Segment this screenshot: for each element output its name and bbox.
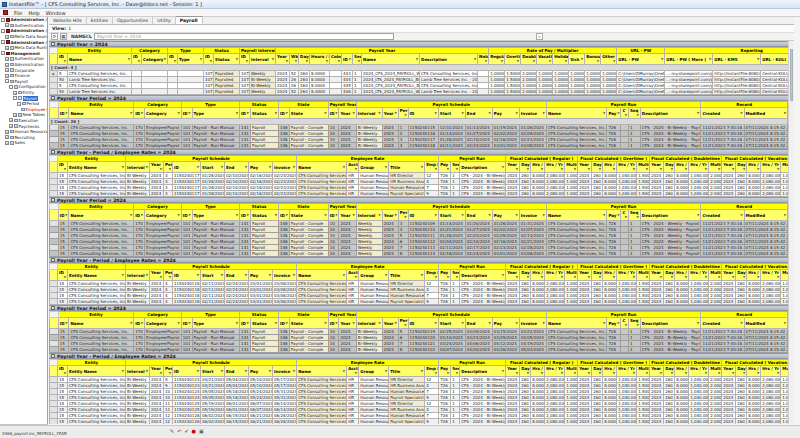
filter-icon[interactable]: ▼: [177, 213, 179, 218]
cell[interactable]: 06/14/2024: [273, 401, 297, 407]
cell[interactable]: Bi-Weekly: [126, 191, 150, 197]
filter-icon[interactable]: ▼: [349, 57, 351, 62]
cell[interactable]: 1.0000: [601, 89, 617, 95]
cell[interactable]: 8.0000: [603, 299, 617, 305]
column-header-payroll-schedule-per[interactable]: Per▼: [398, 210, 408, 221]
filter-icon[interactable]: ▼: [352, 213, 354, 218]
filter-icon[interactable]: ▼: [404, 215, 406, 220]
filter-icon[interactable]: ▼: [343, 273, 345, 278]
column-header-payroll-year-color[interactable]: Color▼: [330, 54, 342, 65]
filter-icon[interactable]: ▼: [516, 213, 518, 218]
cell[interactable]: 11/21/2023 7:40:18 AM: [701, 125, 744, 131]
cell[interactable]: Human Resourc: [359, 293, 389, 299]
cell[interactable]: 1150240123: [173, 383, 201, 389]
cell[interactable]: Lamb Tree Services Inc. - 2024: [420, 89, 478, 95]
filter-icon[interactable]: ▼: [65, 111, 67, 116]
menu-item-help[interactable]: Help: [28, 10, 39, 16]
cell[interactable]: 1.5000: [637, 419, 650, 425]
cell[interactable]: CFS Consulting Services, Inc.: [69, 245, 134, 251]
column-header-payroll-schedule-pay[interactable]: Pay▼: [492, 210, 519, 221]
filter-icon[interactable]: ▼: [188, 321, 190, 326]
cell[interactable]: 2024: [578, 191, 592, 197]
cell[interactable]: 260: [520, 377, 531, 383]
cell[interactable]: CFS Consulting Services, Inc.: [297, 173, 347, 179]
cell[interactable]: CFS - 2024 - Bi-Weekly - Payroll Interva…: [640, 143, 701, 149]
filter-icon[interactable]: ▼: [269, 369, 271, 374]
cell[interactable]: 1.5000: [637, 395, 650, 401]
cell[interactable]: CFS Consulting Services, Inc.: [546, 245, 606, 251]
cell[interactable]: 1.0000: [565, 281, 578, 287]
cell[interactable]: 8.0000: [747, 185, 761, 191]
column-header-fiscal-calculated-overtime-days[interactable]: Days▼: [592, 366, 603, 377]
column-header-fiscal-calculated-regular-hrs-da[interactable]: Hrs / Da▼: [531, 270, 545, 281]
cell[interactable]: 02/16/2024: [492, 137, 519, 143]
filter-icon[interactable]: ▼: [685, 167, 687, 172]
cell[interactable]: 01/31/2024: [519, 221, 546, 227]
filter-icon[interactable]: ▼: [130, 111, 132, 116]
filter-icon[interactable]: ▼: [269, 165, 271, 170]
column-header-rate-of-pay-multiplier-vacation[interactable]: Vacation▼: [537, 54, 553, 65]
filter-icon[interactable]: ▼: [561, 167, 563, 172]
filter-icon[interactable]: ▼: [671, 371, 673, 376]
cell[interactable]: 1,040.0000: [689, 407, 709, 413]
column-header-fiscal-calculated-regular-hrs-da[interactable]: Hrs / Da▼: [531, 366, 545, 377]
row-selector[interactable]: [50, 347, 59, 353]
cell[interactable]: 02/16/2024: [249, 179, 273, 185]
cell[interactable]: 8.0000: [747, 413, 761, 419]
cell[interactable]: 141: [240, 239, 251, 245]
cell[interactable]: Human Resourc: [359, 287, 389, 293]
filter-icon[interactable]: ▼: [352, 321, 354, 326]
cell[interactable]: 2024: [650, 419, 664, 425]
filter-icon[interactable]: ▼: [456, 167, 458, 172]
cell[interactable]: CFS Consulting Services, Inc.: [546, 227, 606, 233]
cell[interactable]: 260: [299, 83, 310, 89]
filter-icon[interactable]: ▼: [541, 167, 543, 172]
column-header-fiscal-calculated-regular-multiplier[interactable]: Multiplier▼: [565, 366, 578, 377]
filter-icon[interactable]: ▼: [709, 57, 711, 62]
cell[interactable]: CFS Consulting Services, Inc.: [69, 335, 134, 341]
column-header-fiscal-calculated-overtime-hrs-da[interactable]: Hrs / Da▼: [603, 162, 617, 173]
menu-item-file[interactable]: File: [14, 10, 22, 16]
cell[interactable]: 170: [134, 245, 145, 251]
column-header-fiscal-calculated-overtime-year[interactable]: Year▼: [578, 270, 592, 281]
table-row[interactable]: 15CFS Consulting Services, Inc.Bi-Weekly…: [50, 179, 795, 185]
filter-icon[interactable]: ▼: [197, 165, 199, 170]
cell[interactable]: 02/03/2024: [465, 233, 492, 239]
cell[interactable]: Bi-Weekly: [126, 377, 150, 383]
column-header-payroll-year-name[interactable]: Name▼: [362, 54, 420, 65]
column-header-type-id[interactable]: ID▼: [168, 54, 178, 65]
column-header-fiscal-calculated-regular-year[interactable]: Year▼: [506, 366, 520, 377]
cell[interactable]: CFS - 2024 - Bi-Weekly - Payroll Interva…: [640, 347, 701, 353]
cell[interactable]: 04/12/2024: [492, 341, 519, 347]
filter-icon[interactable]: ▼: [275, 321, 277, 326]
cell[interactable]: CFS - 2024 - Bi-Weekly - Payroll Interva…: [460, 407, 506, 413]
cell[interactable]: CFS - 2024 - Bi-Weekly - Payroll Interva…: [460, 179, 506, 185]
cell[interactable]: 05/04/2024: [225, 383, 249, 389]
filter-icon[interactable]: ▼: [474, 57, 476, 62]
cell[interactable]: 1,040.0000: [689, 383, 709, 389]
collapse-icon[interactable]: -: [51, 198, 55, 202]
cell[interactable]: 260: [592, 179, 603, 185]
cell[interactable]: 8.0000: [603, 179, 617, 185]
cell[interactable]: Employee/Payrol: [145, 341, 182, 347]
cell[interactable]: 1.0000: [569, 89, 585, 95]
cell[interactable]: 01/26/2024: [519, 125, 546, 131]
filter-icon[interactable]: ▼: [516, 167, 518, 172]
cell[interactable]: 11/21/2023 7:40:18 AM: [701, 335, 744, 341]
cell[interactable]: [168, 89, 178, 95]
cell[interactable]: 10724: [240, 71, 250, 77]
cell[interactable]: 260: [520, 191, 531, 197]
column-header-payroll-run-seq[interactable]: Seq▼: [628, 108, 640, 119]
cell[interactable]: 1150240117: [173, 173, 201, 179]
column-header-payroll-schedule-year[interactable]: Year▼: [382, 318, 398, 329]
cell[interactable]: 07/11/2024 8:15:42 AM: [744, 347, 787, 353]
filter-icon[interactable]: ▼: [275, 111, 277, 116]
cell[interactable]: 1,040.0000: [689, 419, 709, 425]
row-selector[interactable]: [50, 191, 58, 197]
cell[interactable]: 2.0000: [709, 389, 722, 395]
column-header-payroll-interval-id[interactable]: ID▼: [240, 54, 250, 65]
cell[interactable]: 8.0000: [747, 419, 761, 425]
cell[interactable]: 07/11/2024 8:15:42 AM: [744, 341, 787, 347]
cell[interactable]: 8.0000: [747, 173, 761, 179]
filter-icon[interactable]: ▼: [661, 57, 663, 62]
